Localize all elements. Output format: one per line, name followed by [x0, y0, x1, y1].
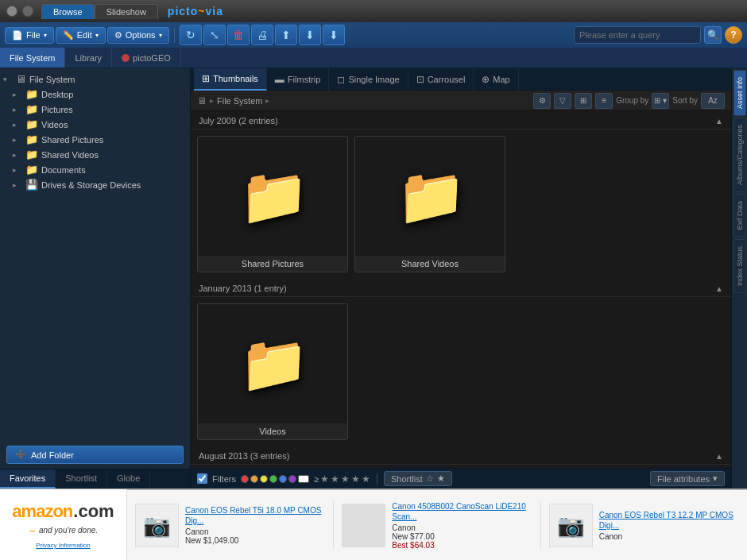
- color-filter-blue[interactable]: [279, 475, 287, 483]
- tree-label-videos: Videos: [41, 120, 68, 129]
- thumbnails-row-jan2013: 📁 Videos: [191, 297, 731, 446]
- group-header-july2009: July 2009 (2 entries) ▲: [191, 111, 731, 129]
- toolbar-btn-expand[interactable]: ⤡: [203, 25, 226, 45]
- tree-item-documents[interactable]: ▸ 📁 Documents: [0, 162, 190, 177]
- edge-tab-index[interactable]: Index Status: [733, 239, 746, 293]
- add-folder-button[interactable]: ➕ Add Folder: [6, 446, 184, 464]
- privacy-link[interactable]: Privacy Information: [36, 542, 90, 549]
- color-filter-purple[interactable]: [288, 475, 296, 483]
- right-panel: ⊞ Thumbnails ▬ Filmstrip ◻ Single Image …: [191, 68, 731, 489]
- star-4[interactable]: ★: [351, 473, 360, 485]
- app-logo: picto~via: [168, 5, 223, 17]
- tree-item-storage[interactable]: ▸ 💾 Drives & Storage Devices: [0, 177, 190, 192]
- tab-filesystem[interactable]: File System: [0, 48, 65, 68]
- scanner-icon: 🖨: [353, 512, 375, 539]
- filter-btn[interactable]: ▽: [554, 93, 571, 109]
- toolbar-btn-up[interactable]: ⬆: [275, 25, 297, 45]
- tab-library[interactable]: Library: [65, 48, 112, 68]
- breadcrumb-home-icon: 🖥: [197, 95, 207, 106]
- filters-checkbox[interactable]: [197, 473, 207, 484]
- minimize-btn[interactable]: [22, 6, 33, 17]
- color-filter-white[interactable]: [298, 475, 309, 483]
- tab-pictogeo[interactable]: pictoGEO: [112, 48, 181, 68]
- thumb-shared-videos[interactable]: 📁 Shared Videos: [354, 136, 505, 272]
- edge-tab-albums[interactable]: Albums/Categories: [733, 118, 746, 192]
- color-filter-red[interactable]: [241, 475, 249, 483]
- thumb-videos[interactable]: 📁 Videos: [197, 303, 348, 440]
- tree-arrow-documents: ▸: [13, 166, 22, 174]
- edit-label: Edit: [77, 30, 92, 40]
- pictogeo-close-dot[interactable]: [122, 54, 130, 62]
- group-collapse-aug2013[interactable]: ▲: [715, 452, 723, 461]
- tree-item-root[interactable]: ▾ 🖥 File System: [0, 71, 190, 87]
- edit-menu[interactable]: ✏️ Edit ▾: [56, 27, 106, 44]
- sort-by-label: Sort by: [672, 96, 698, 105]
- shortlist-tab[interactable]: Shortlist: [56, 469, 107, 489]
- view-tab-carrousel[interactable]: ⊡ Carrousel: [408, 68, 474, 91]
- shortlist-button[interactable]: Shortlist ☆ ★: [384, 471, 452, 486]
- thumb-shared-pictures[interactable]: 📁 Shared Pictures: [197, 136, 348, 272]
- group-title-jan2013: January 2013 (1 entry): [199, 284, 287, 293]
- color-filter-orange[interactable]: [250, 475, 258, 483]
- tree-arrow-desktop: ▸: [13, 91, 22, 98]
- star-1[interactable]: ★: [320, 473, 329, 485]
- view-tab-map[interactable]: ⊕ Map: [474, 68, 518, 91]
- grid-view-btn[interactable]: ⊞: [575, 93, 592, 109]
- edge-tab-exif[interactable]: Exif Data: [733, 194, 746, 238]
- tree-item-videos[interactable]: ▸ 📁 Videos: [0, 117, 190, 132]
- view-tab-filmstrip[interactable]: ▬ Filmstrip: [267, 68, 330, 91]
- tree-arrow-videos: ▸: [13, 121, 22, 129]
- view-tab-single[interactable]: ◻ Single Image: [329, 68, 408, 91]
- tree-item-shared-pictures[interactable]: ▸ 📁 Shared Pictures: [0, 132, 190, 147]
- options-menu[interactable]: ⚙ Options ▾: [107, 27, 169, 44]
- tree-arrow-storage: ▸: [13, 181, 22, 189]
- list-view-btn[interactable]: ≡: [595, 93, 613, 109]
- view-settings-btn[interactable]: ⚙: [533, 93, 551, 109]
- tree-item-pictures[interactable]: ▸ 📁 Pictures: [0, 102, 190, 117]
- tree-item-desktop[interactable]: ▸ 📁 Desktop: [0, 87, 190, 102]
- group-collapse-july2009[interactable]: ▲: [715, 117, 723, 126]
- browse-tab[interactable]: Browse: [41, 4, 95, 19]
- slideshow-tab[interactable]: Slideshow: [95, 4, 158, 19]
- group-by-btn[interactable]: ⊞ ▾: [652, 93, 669, 109]
- folder-icon-shared-videos: 📁: [25, 149, 38, 160]
- ad-product-title-1[interactable]: Canon EOS Rebel T5i 18.0 MP CMOS Dig...: [185, 505, 325, 526]
- star-2[interactable]: ★: [331, 473, 339, 485]
- close-btn[interactable]: [6, 6, 17, 17]
- ad-product-title-2[interactable]: Canon 4508B002 CanoScan LiDE210 Scan...: [392, 501, 532, 522]
- folder-icon-shared-pictures: 📁: [25, 133, 38, 145]
- ad-product-title-3[interactable]: Canon EOS Rebel T3 12.2 MP CMOS Digi...: [599, 510, 739, 531]
- thumbnails-row-july2009: 📁 Shared Pictures 📁 Shared Videos: [191, 129, 731, 279]
- toolbar-btn-down[interactable]: ⬇: [299, 25, 321, 45]
- amazon-logo: amazon .com ⌣ and you're done. Privacy I…: [0, 489, 127, 560]
- color-filter-green[interactable]: [269, 475, 277, 483]
- sort-by-btn[interactable]: Az: [701, 93, 725, 109]
- toolbar-btn-delete[interactable]: 🗑: [227, 25, 250, 45]
- thumbnails-label: Thumbnails: [213, 74, 258, 83]
- carrousel-label: Carrousel: [428, 75, 466, 84]
- search-input[interactable]: [574, 26, 701, 44]
- edge-tab-asset-info[interactable]: Asset Info: [733, 70, 746, 116]
- color-filter-yellow[interactable]: [260, 475, 268, 483]
- globe-tab[interactable]: Globe: [107, 469, 150, 489]
- view-tab-thumbnails[interactable]: ⊞ Thumbnails: [194, 68, 267, 91]
- ad-product-best-price-2: Best $64.03: [392, 541, 532, 550]
- folder-large-icon-videos: 📁: [239, 331, 308, 396]
- file-menu[interactable]: 📄 File ▾: [5, 27, 54, 44]
- group-header-aug2013: August 2013 (3 entries) ▲: [191, 446, 731, 465]
- star-5[interactable]: ★: [362, 473, 370, 485]
- favorites-tab[interactable]: Favorites: [0, 469, 56, 489]
- toolbar-btn-download[interactable]: ⬇: [323, 25, 345, 45]
- ad-product-brand-2: Canon: [392, 523, 532, 532]
- file-attributes-button[interactable]: File attributes ▾: [650, 471, 725, 486]
- group-collapse-jan2013[interactable]: ▲: [715, 284, 723, 293]
- search-button[interactable]: 🔍: [704, 26, 722, 44]
- search-bar: 🔍 ?: [574, 26, 742, 44]
- tree-item-shared-videos[interactable]: ▸ 📁 Shared Videos: [0, 147, 190, 162]
- help-button[interactable]: ?: [725, 26, 742, 44]
- toolbar-btn-print[interactable]: 🖨: [251, 25, 273, 45]
- tree-label-storage: Drives & Storage Devices: [41, 180, 141, 190]
- ad-product-brand-3: Canon: [599, 532, 739, 541]
- star-3[interactable]: ★: [341, 473, 350, 485]
- toolbar-btn-refresh[interactable]: ↻: [180, 25, 202, 45]
